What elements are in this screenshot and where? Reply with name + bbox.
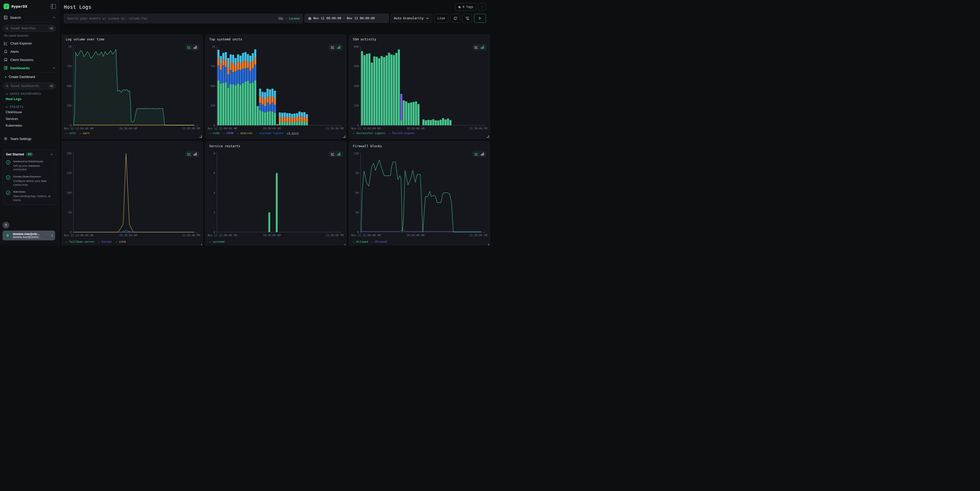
legend-item[interactable]: — sshd bbox=[209, 132, 220, 135]
chevron-up-icon[interactable] bbox=[51, 154, 53, 155]
presets-group[interactable]: PRESETS bbox=[0, 102, 59, 109]
gear-icon bbox=[3, 137, 8, 141]
saved-dashboards-search[interactable]: ⌘K bbox=[3, 83, 56, 89]
chevron-down-icon bbox=[426, 17, 429, 19]
divider bbox=[0, 22, 59, 22]
sidebar-item-chart-explorer[interactable]: Chart Explorer bbox=[0, 39, 59, 47]
sidebar-item-host-logs[interactable]: Host Logs bbox=[0, 96, 59, 102]
sidebar-item-client-sessions[interactable]: Client Sessions bbox=[0, 56, 59, 64]
play-icon bbox=[479, 17, 482, 20]
chart-type-toggle bbox=[185, 151, 199, 157]
legend-item[interactable]: — Blocked bbox=[372, 240, 387, 243]
legend-item[interactable]: — systemd-logind bbox=[256, 132, 283, 135]
chart-canvas[interactable]: 1K7505002500Nov 11 12:00:00 AM10:30:00 A… bbox=[208, 43, 344, 131]
sidebar-item-kubernetes[interactable]: Kubernetes bbox=[0, 122, 59, 129]
hyperdx-logo-icon: ⚡ bbox=[3, 3, 9, 9]
user-menu[interactable]: D dominic.tran@clic... dominic.tran@clic… bbox=[3, 230, 55, 240]
svg-text:0: 0 bbox=[70, 230, 72, 234]
legend-item[interactable]: — CRON bbox=[223, 132, 234, 135]
resize-handle[interactable] bbox=[343, 135, 345, 138]
panel-log-volume: Log volume over time 1K7505002500Nov 11 … bbox=[62, 35, 203, 139]
svg-text:150: 150 bbox=[67, 172, 72, 175]
resize-handle[interactable] bbox=[487, 244, 489, 246]
svg-text:2: 2 bbox=[213, 211, 215, 214]
saved-searches-search[interactable]: ⌘K bbox=[3, 25, 56, 32]
saved-searches-input[interactable] bbox=[10, 26, 47, 30]
event-search-input[interactable] bbox=[67, 16, 278, 21]
line-chart-icon[interactable] bbox=[187, 46, 191, 49]
sql-mode-button[interactable]: SQL bbox=[278, 17, 283, 20]
resize-handle[interactable] bbox=[199, 244, 202, 246]
line-chart-icon[interactable] bbox=[331, 46, 334, 49]
line-chart-icon[interactable] bbox=[187, 153, 191, 156]
chevron-up-icon bbox=[53, 67, 55, 69]
resize-handle[interactable] bbox=[343, 244, 345, 246]
legend-item[interactable]: — kernel bbox=[98, 240, 112, 243]
saved-dashboards-input[interactable] bbox=[10, 84, 47, 88]
create-dashboard-button[interactable]: + Create Dashboard bbox=[0, 72, 59, 80]
sidebar-item-clickhouse[interactable]: ClickHouse bbox=[0, 109, 59, 116]
saved-dashboards-group[interactable]: SAVED DASHBOARDS bbox=[0, 89, 59, 96]
legend-item[interactable]: — anacron bbox=[237, 132, 253, 135]
resize-handle[interactable] bbox=[487, 135, 489, 138]
more-options-button[interactable]: ⋮ bbox=[478, 3, 486, 11]
lucene-mode-button[interactable]: Lucene bbox=[289, 17, 300, 20]
sidebar-collapse-icon[interactable] bbox=[51, 4, 56, 9]
date-range-picker[interactable]: Nov 11 00:00:00 - Nov 12 00:00:00 bbox=[305, 14, 388, 23]
legend-item[interactable]: — info bbox=[65, 132, 76, 135]
sidebar-item-services[interactable]: Services bbox=[0, 116, 59, 122]
sidebar-item-alerts[interactable]: Alerts bbox=[0, 47, 59, 56]
refresh-button[interactable] bbox=[450, 14, 460, 23]
main-content: Host Logs 0 Tags ⋮ SQL | Lucene Nov 11 0… bbox=[59, 0, 490, 246]
legend-item[interactable]: — sshd bbox=[116, 240, 126, 243]
panel-ssh-activity: SSH activity 6004503001500Nov 11 12:00:0… bbox=[349, 35, 490, 139]
bar-chart-icon[interactable] bbox=[337, 153, 341, 156]
line-chart-icon[interactable] bbox=[474, 153, 478, 156]
get-started-step-add-data[interactable]: Add Data Start sending logs, metrics, or… bbox=[6, 190, 53, 202]
chart-legend: — fail2ban-server— kernel— sshd bbox=[65, 240, 126, 243]
svg-text:300: 300 bbox=[354, 84, 359, 87]
live-button[interactable]: Live bbox=[434, 14, 448, 23]
sidebar-item-dashboards[interactable]: Dashboards bbox=[0, 64, 59, 72]
chart-canvas[interactable]: 6004503001500Nov 11 12:00:00 AM10:30:00 … bbox=[351, 43, 488, 131]
chart-canvas[interactable]: 86420Nov 11 12:00:00 AM10:30:00 AM11:30:… bbox=[208, 150, 344, 238]
user-email: dominic.tran@clickho... bbox=[13, 235, 49, 238]
legend-item[interactable]: — Successful Logins bbox=[353, 132, 385, 135]
chart-canvas[interactable]: 1209060300Nov 11 12:00:00 AM10:30:00 AM1… bbox=[351, 150, 488, 238]
get-started-step-connect[interactable]: Connect to ClickHouse Set up your databa… bbox=[6, 160, 53, 172]
legend-item[interactable]: — Allowed bbox=[353, 240, 368, 243]
search-icon bbox=[6, 85, 8, 87]
bar-chart-icon[interactable] bbox=[337, 46, 341, 49]
legend-item[interactable]: — fail2ban-server bbox=[65, 240, 95, 243]
bar-chart-icon[interactable] bbox=[194, 153, 197, 156]
event-search[interactable]: SQL | Lucene bbox=[64, 14, 303, 23]
legend-item[interactable]: — Failed Logins bbox=[389, 132, 414, 135]
line-chart-icon[interactable] bbox=[331, 153, 334, 156]
run-query-button[interactable] bbox=[474, 14, 486, 23]
legend-item[interactable]: — warn bbox=[80, 132, 90, 135]
legend-more-link[interactable]: +4 more bbox=[287, 132, 299, 135]
refresh-icon bbox=[453, 16, 457, 20]
resize-handle[interactable] bbox=[199, 135, 202, 138]
legend-item[interactable]: — systemd bbox=[209, 240, 225, 243]
tags-button[interactable]: 0 Tags bbox=[455, 3, 476, 11]
chart-canvas[interactable]: 1K7505002500Nov 11 12:00:00 AM10:30:00 A… bbox=[64, 43, 200, 131]
svg-text:10:30:00 AM: 10:30:00 AM bbox=[119, 234, 137, 237]
bar-chart-icon[interactable] bbox=[194, 46, 197, 49]
svg-text:50: 50 bbox=[68, 211, 72, 214]
bar-chart-icon[interactable] bbox=[481, 153, 484, 156]
panel-auth-failures: 200150100500Nov 11 12:00:00 AM10:30:00 A… bbox=[62, 141, 203, 246]
granularity-select[interactable]: Auto Granularity bbox=[391, 14, 432, 23]
sidebar-item-search[interactable]: Search bbox=[0, 13, 59, 22]
chart-canvas[interactable]: 200150100500Nov 11 12:00:00 AM10:30:00 A… bbox=[64, 150, 200, 238]
chart-type-toggle bbox=[329, 44, 343, 51]
get-started-step-sources[interactable]: Create Data Sources Configure where your… bbox=[6, 175, 53, 187]
filter-button[interactable] bbox=[462, 14, 472, 23]
bar-chart-icon[interactable] bbox=[481, 46, 484, 49]
help-button[interactable]: ? bbox=[3, 222, 9, 229]
line-chart-icon[interactable] bbox=[474, 46, 478, 49]
sidebar-item-team-settings[interactable]: Team Settings bbox=[0, 135, 59, 143]
svg-text:11:30:00 PM: 11:30:00 PM bbox=[182, 234, 200, 237]
chart-type-toggle bbox=[472, 151, 487, 157]
svg-text:30: 30 bbox=[355, 211, 359, 214]
